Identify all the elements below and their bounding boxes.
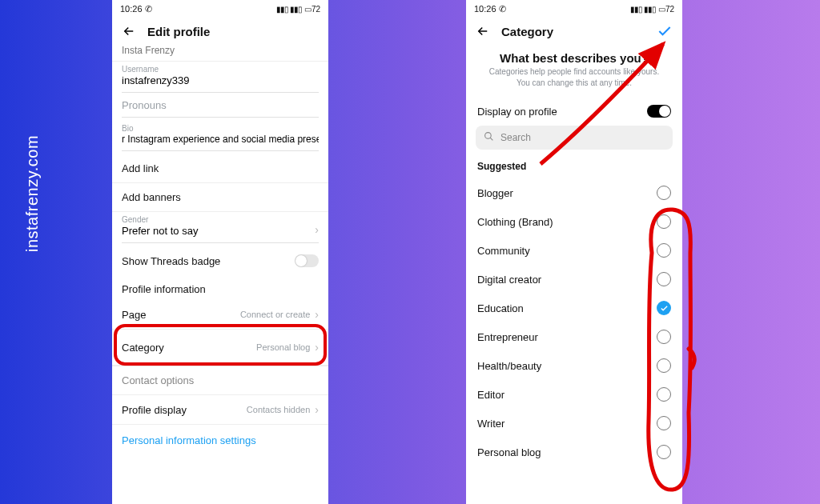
confirm-check-icon[interactable] [657,23,673,39]
category-option[interactable]: Personal blog [466,438,682,466]
category-label: Education [477,302,524,314]
category-label: Entrepreneur [477,331,538,343]
category-label: Community [477,245,530,257]
username-field[interactable]: Username instafrenzy339 [112,62,328,96]
svg-point-0 [485,133,492,139]
status-time: 10:26 ✆ [474,4,506,14]
status-bar: 10:26 ✆ ▮▮▯ ▮▮▯ ▭72 [466,0,682,18]
chevron-right-icon: › [315,403,319,416]
radio-icon[interactable] [657,416,671,430]
row-label: Add link [122,162,319,174]
radio-icon[interactable] [657,358,671,373]
gender-field[interactable]: Gender Prefer not to say › [112,212,328,246]
field-label: Gender [122,215,319,224]
chevron-right-icon: › [315,341,319,354]
threads-badge-row[interactable]: Show Threads badge [112,246,328,275]
header-title: Edit profile [147,25,210,38]
category-label: Blogger [477,187,513,199]
signal-icon: ▮▮▯ ▮▮▯ [276,5,302,14]
category-list: BloggerClothing (Brand)CommunityDigital … [466,178,682,466]
phone-category: 10:26 ✆ ▮▮▯ ▮▮▯ ▭72 Category What best d… [466,0,682,504]
radio-selected-icon[interactable] [657,301,671,315]
suggested-heading: Suggested [466,158,682,178]
status-bar: 10:26 ✆ ▮▮▯ ▮▮▯ ▭72 [112,0,328,18]
radio-icon[interactable] [657,243,671,258]
personal-info-settings-link[interactable]: Personal information settings [112,425,328,456]
category-option[interactable]: Writer [466,409,682,438]
category-label: Writer [477,418,504,430]
pronouns-field[interactable]: Pronouns [112,96,328,121]
category-option[interactable]: Blogger [466,178,682,207]
category-heading: What best describes you? [466,45,682,66]
header: Category [466,18,682,45]
row-label: Profile display [122,404,247,416]
display-on-profile-row[interactable]: Display on profile [466,97,682,126]
category-option[interactable]: Health/beauty [466,351,682,380]
header-title: Category [501,25,553,38]
watermark-text: instafrenzy.com [23,135,42,252]
phone-edit-profile: 10:26 ✆ ▮▮▯ ▮▮▯ ▭72 Edit profile Insta F… [112,0,328,504]
category-option[interactable]: Editor [466,380,682,409]
row-label: Page [122,309,240,321]
status-icons: ▮▮▯ ▮▮▯ ▭72 [276,5,320,14]
radio-icon[interactable] [657,214,671,229]
row-label: Add banners [122,191,319,203]
radio-icon[interactable] [657,186,671,200]
radio-icon[interactable] [657,445,671,459]
category-label: Health/beauty [477,360,541,372]
row-label: Display on profile [477,106,557,118]
row-label: Show Threads badge [122,255,295,267]
profile-info-heading: Profile information [112,275,328,300]
radio-icon[interactable] [657,330,671,344]
category-label: Personal blog [477,446,541,458]
field-value: instafrenzy339 [122,74,319,93]
category-subtext: Categories help people find accounts lik… [466,66,682,97]
category-option[interactable]: Digital creator [466,265,682,294]
field-value: Pronouns [122,99,319,118]
row-value: Personal blog [256,342,310,352]
row-value: Contacts hidden [247,405,311,414]
category-option[interactable]: Entrepreneur [466,322,682,351]
back-arrow-icon[interactable] [476,24,490,38]
add-link-row[interactable]: Add link [112,154,328,183]
whatsapp-icon: ✆ [145,4,152,14]
field-label: Username [122,65,319,74]
search-placeholder: Search [500,132,531,143]
category-option[interactable]: Education [466,294,682,322]
page-row[interactable]: Page Connect or create › [112,300,328,330]
radio-icon[interactable] [657,387,671,402]
row-label: Category [122,342,256,354]
field-value: Prefer not to say [122,225,319,243]
battery-icon: ▭72 [304,5,320,14]
add-banners-row[interactable]: Add banners [112,183,328,212]
battery-icon: ▭72 [658,5,674,14]
profile-display-row[interactable]: Profile display Contacts hidden › [112,395,328,425]
field-label: Bio [122,124,319,133]
signal-icon: ▮▮▯ ▮▮▯ [630,5,656,14]
radio-icon[interactable] [657,272,671,286]
bio-field[interactable]: Bio r Instagram experience and social me… [112,121,328,154]
name-field-truncated[interactable]: Insta Frenzy [112,45,328,62]
back-arrow-icon[interactable] [122,24,136,38]
gradient-background: instafrenzy.com 10:26 ✆ ▮▮▯ ▮▮▯ ▭72 Edit… [0,0,820,504]
category-label: Clothing (Brand) [477,216,553,228]
header: Edit profile [112,18,328,45]
search-input[interactable]: Search [476,126,673,150]
contact-options-row[interactable]: Contact options [112,366,328,395]
status-icons: ▮▮▯ ▮▮▯ ▭72 [630,5,674,14]
row-label: Contact options [122,374,319,386]
whatsapp-icon: ✆ [499,4,506,14]
category-label: Digital creator [477,274,541,286]
chevron-right-icon: › [315,308,319,321]
category-option[interactable]: Community [466,236,682,265]
field-value: r Instagram experience and social media … [122,134,319,151]
category-option[interactable]: Clothing (Brand) [466,207,682,236]
row-value: Connect or create [240,310,310,319]
toggle-switch[interactable] [647,105,671,118]
toggle-switch[interactable] [295,254,319,267]
category-row[interactable]: Category Personal blog › [112,330,328,366]
category-label: Editor [477,389,504,401]
search-icon [484,131,494,144]
chevron-right-icon: › [315,223,319,236]
status-time: 10:26 ✆ [120,4,152,14]
